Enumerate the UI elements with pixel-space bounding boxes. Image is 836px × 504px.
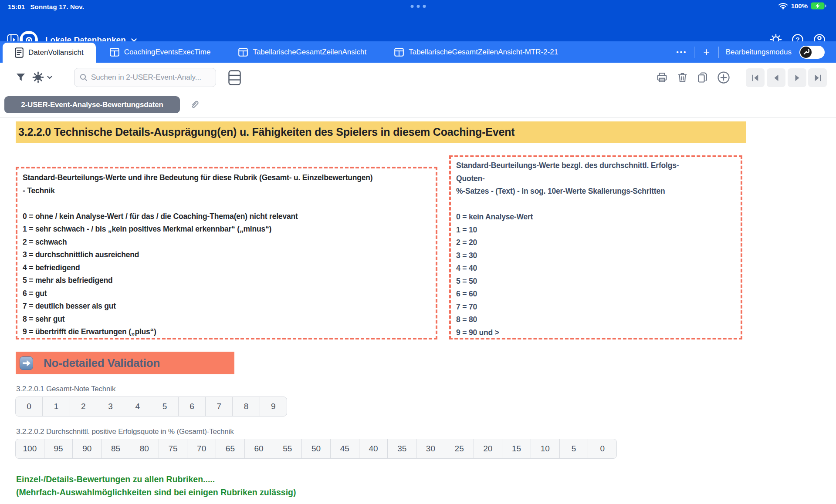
field-label-erfolgsquote: 3.2.2.0.2 Durchschnittl. positive Erfolg… [16, 427, 234, 436]
rating-option[interactable]: 0 [16, 397, 42, 416]
rating-option[interactable]: 4 [124, 397, 151, 416]
percentage-option[interactable]: 100 [16, 439, 44, 458]
legend-line: 7 = 70 [456, 301, 735, 314]
percentage-option[interactable]: 45 [330, 439, 359, 458]
percentage-option[interactable]: 10 [531, 439, 559, 458]
validation-button-label: No-detailed Validation [44, 356, 160, 370]
percentage-option[interactable]: 15 [502, 439, 531, 458]
legend-line: 9 = 90 und > [456, 326, 735, 339]
tab-bar: DatenVollansicht CoachingEventsExecTime … [0, 41, 836, 63]
legend-line: 1 = 10 [456, 224, 735, 237]
tab-label: TabellarischeGesamtZeilenAnsicht-MTR-2-2… [409, 48, 558, 57]
legend-line: Standard-Beurteilungs-Werte und ihre Bed… [23, 171, 430, 185]
wrench-icon [800, 47, 812, 58]
rating-option[interactable]: 3 [97, 397, 124, 416]
rating-option[interactable]: 7 [205, 397, 232, 416]
percentage-option[interactable]: 95 [44, 439, 73, 458]
percentage-option[interactable]: 30 [416, 439, 445, 458]
percentage-option[interactable]: 20 [474, 439, 502, 458]
percentage-option[interactable]: 50 [301, 439, 330, 458]
percentage-legend-box: Standard-Beurteilungs-Werte bezgl. des d… [449, 155, 742, 339]
chevron-down-icon[interactable] [47, 76, 52, 79]
paperclip-attachment-icon[interactable] [189, 99, 200, 110]
multitask-dots-icon [410, 5, 426, 8]
percentage-option[interactable]: 90 [72, 439, 101, 458]
footer-line: Einzel-/Details-Bewertungen zu allen Rub… [16, 473, 296, 486]
legend-line: 8 = 80 [456, 313, 735, 326]
legend-line: 6 = gut [23, 287, 430, 300]
filter-icon[interactable] [16, 73, 26, 82]
duplicate-record-icon[interactable] [696, 71, 708, 84]
footer-note: Einzel-/Details-Bewertungen zu allen Rub… [16, 473, 296, 499]
add-record-icon[interactable] [717, 71, 730, 84]
percentage-option[interactable]: 5 [559, 439, 588, 458]
tab-tabellarischegesamtzeilenansicht[interactable]: TabellarischeGesamtZeilenAnsicht [224, 41, 380, 63]
table-view-icon [110, 48, 119, 57]
record-settings-gear-icon[interactable] [32, 71, 44, 83]
legend-line: Quoten- [456, 172, 735, 185]
percentage-option[interactable]: 25 [445, 439, 474, 458]
tab-tabellarischegesamtzeilenansicht-mtr-2-21[interactable]: TabellarischeGesamtZeilenAnsicht-MTR-2-2… [380, 41, 572, 63]
print-icon[interactable] [656, 71, 668, 84]
search-icon [80, 74, 88, 81]
table-name-button[interactable]: 2-USER-Event-Analyse-Bewertungsdaten [4, 96, 180, 113]
erfolgsquote-choice-group: 1009590858075706560555045403530252015105… [15, 439, 617, 459]
rating-option[interactable]: 1 [42, 397, 69, 416]
legend-line: Standard-Beurteilungs-Werte bezgl. des d… [456, 159, 735, 172]
legend-line: 2 = schwach [23, 236, 430, 249]
status-time-date: 15:01Sonntag 17. Nov. [8, 3, 84, 10]
percentage-option[interactable]: 0 [588, 439, 616, 458]
footer-line: (Mehrfach-Auswahlmöglichkeiten sind bei … [16, 486, 296, 499]
legend-line: 3 = 30 [456, 249, 735, 262]
view-layout-icon[interactable] [228, 70, 241, 85]
percentage-option[interactable]: 75 [159, 439, 187, 458]
delete-record-icon[interactable] [677, 71, 688, 84]
status-date: Sonntag 17. Nov. [30, 3, 84, 10]
legend-line [23, 197, 430, 210]
legend-line: 7 = deutlich besser als gut [23, 300, 430, 313]
percentage-option[interactable]: 85 [101, 439, 130, 458]
edit-mode-label: Bearbeitungsmodus [726, 48, 792, 57]
percentage-option[interactable]: 80 [130, 439, 159, 458]
edit-mode-toggle[interactable] [799, 46, 825, 59]
app-window: 15:01Sonntag 17. Nov. 100% [0, 0, 836, 504]
previous-record-button[interactable] [767, 68, 785, 87]
legend-line: 3 = durchschnittlich ausreichend [23, 249, 430, 262]
rating-option[interactable]: 6 [178, 397, 205, 416]
legend-line: 5 = mehr als befriedigend [23, 274, 430, 287]
status-bar: 15:01Sonntag 17. Nov. 100% [0, 0, 836, 13]
legend-line: 0 = ohne / kein Analyse-Wert / für das /… [23, 210, 430, 223]
rating-option[interactable]: 9 [260, 397, 287, 416]
percentage-option[interactable]: 70 [187, 439, 216, 458]
rating-option[interactable]: 8 [232, 397, 259, 416]
field-label-gesamt-note: 3.2.2.0.1 Gesamt-Note Technik [16, 385, 115, 393]
percentage-option[interactable]: 55 [273, 439, 301, 458]
legend-line: 8 = sehr gut [23, 313, 430, 326]
legend-line: 4 = 40 [456, 262, 735, 275]
next-record-button[interactable] [788, 68, 806, 87]
rating-option[interactable]: 2 [70, 397, 97, 416]
search-input[interactable] [91, 73, 210, 82]
legend-line: 0 = kein Analyse-Wert [456, 211, 735, 224]
record-header-row: 2-USER-Event-Analyse-Bewertungsdaten [0, 92, 836, 118]
no-detailed-validation-button[interactable]: No-detailed Validation [16, 352, 234, 374]
tab-overflow-button[interactable]: ••• [669, 48, 694, 56]
search-field[interactable] [74, 68, 216, 87]
form-view-icon [15, 47, 24, 58]
legend-line: 6 = 60 [456, 288, 735, 301]
tab-label: CoachingEventsExecTime [124, 48, 211, 57]
first-record-button[interactable] [746, 68, 765, 87]
percentage-option[interactable]: 60 [244, 439, 273, 458]
legend-line: %-Satzes - (Text) - in sog. 10er-Werte S… [456, 185, 735, 198]
add-tab-button[interactable]: + [694, 47, 718, 57]
percentage-option[interactable]: 65 [216, 439, 244, 458]
percentage-option[interactable]: 40 [359, 439, 388, 458]
last-record-button[interactable] [808, 68, 827, 87]
percentage-option[interactable]: 35 [387, 439, 416, 458]
rating-option[interactable]: 5 [151, 397, 178, 416]
tab-coachingeventsexectime[interactable]: CoachingEventsExecTime [96, 41, 225, 63]
legend-line: 5 = 50 [456, 275, 735, 288]
tab-datenvollansicht[interactable]: DatenVollansicht [3, 43, 96, 63]
legend-line [456, 198, 735, 211]
legend-line: 1 = sehr schwach - / bis „kein positives… [23, 223, 430, 236]
